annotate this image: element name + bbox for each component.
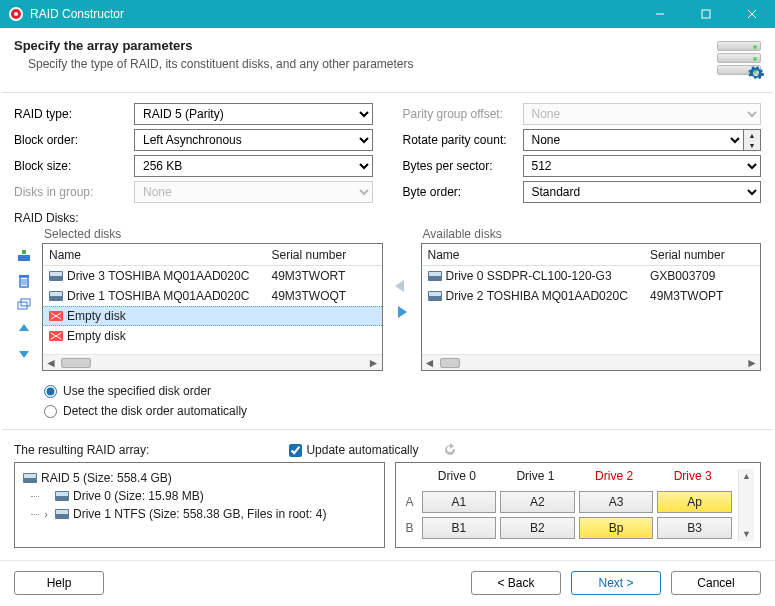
list-item[interactable]: Drive 3 TOSHIBA MQ01AAD020C49M3TWORT [43,266,382,286]
selected-disks-label: Selected disks [42,227,383,241]
titlebar: RAID Constructor [0,0,775,28]
raid-type-select[interactable]: RAID 5 (Parity) [134,103,373,125]
svg-rect-21 [50,292,62,296]
block-order-select[interactable]: Left Asynchronous [134,129,373,151]
available-disks-label: Available disks [421,227,762,241]
add-disk-button[interactable] [14,247,34,267]
svg-marker-16 [19,324,29,331]
page-subtitle: Specify the type of RAID, its constituen… [28,57,713,71]
minimize-button[interactable] [637,0,683,28]
list-item[interactable]: Empty disk [43,326,382,346]
delete-disk-button[interactable] [14,271,34,291]
parity-offset-label: Parity group offset: [403,107,523,121]
matrix-header: Drive 2 [575,469,654,489]
raid-type-label: RAID type: [14,107,134,121]
svg-rect-8 [22,250,26,254]
matrix-cell: B1 [422,517,497,539]
result-tree[interactable]: RAID 5 (Size: 558.4 GB) Drive 0 (Size: 1… [14,462,385,548]
matrix-vscroll[interactable]: ▲▼ [738,469,754,541]
svg-point-2 [14,12,18,16]
raid-disks-label: RAID Disks: [0,207,775,225]
spin-down-button[interactable]: ▼ [744,140,760,150]
cancel-button[interactable]: Cancel [671,571,761,595]
bytes-per-sector-label: Bytes per sector: [403,159,523,173]
byte-order-select[interactable]: Standard [523,181,762,203]
block-size-label: Block size: [14,159,134,173]
disk-icon [23,473,37,483]
svg-rect-37 [56,492,68,496]
update-auto-checkbox[interactable]: Update automatically [289,443,418,457]
move-left-button[interactable] [392,278,412,294]
tree-child-0: Drive 0 (Size: 15.98 MB) [73,489,204,503]
maximize-button[interactable] [683,0,729,28]
copy-disk-button[interactable] [14,295,34,315]
rotate-parity-select[interactable]: None [523,129,745,151]
move-down-button[interactable] [14,343,34,363]
svg-rect-39 [56,510,68,514]
disk-icon [426,271,444,281]
svg-rect-13 [19,275,29,277]
page-header: Specify the array parameters Specify the… [0,28,775,92]
svg-marker-29 [398,306,407,318]
page-title: Specify the array parameters [14,38,713,53]
use-specified-order-radio[interactable]: Use the specified disk order [44,381,761,401]
disk-icon [47,291,65,301]
col-name: Name [43,248,272,262]
svg-rect-35 [24,474,36,478]
disks-in-group-select: None [134,181,373,203]
expand-icon[interactable]: › [41,508,51,520]
spin-up-button[interactable]: ▲ [744,130,760,140]
svg-rect-7 [18,255,30,261]
svg-rect-4 [702,10,710,18]
available-disks-list[interactable]: NameSerial number Drive 0 SSDPR-CL100-12… [421,243,762,371]
svg-marker-28 [395,280,404,292]
block-order-label: Block order: [14,133,134,147]
matrix-header: Drive 1 [496,469,575,489]
resulting-array-label: The resulting RAID array: [14,443,149,457]
tree-child-1: Drive 1 NTFS (Size: 558.38 GB, Files in … [73,507,326,521]
raid-stack-icon [713,38,761,78]
bytes-per-sector-select[interactable]: 512 [523,155,762,177]
matrix-cell: A1 [422,491,497,513]
svg-marker-17 [19,351,29,358]
matrix-cell: B2 [500,517,575,539]
refresh-icon[interactable] [442,442,458,458]
list-item[interactable]: Drive 1 TOSHIBA MQ01AAD020C49M3TWOQT [43,286,382,306]
selected-hscroll[interactable]: ◄► [43,354,382,370]
svg-rect-31 [429,272,441,276]
gear-icon [747,64,765,82]
move-right-button[interactable] [392,304,412,320]
disk-icon [47,271,65,281]
col-serial: Serial number [650,248,760,262]
block-size-select[interactable]: 256 KB [134,155,373,177]
window-title: RAID Constructor [30,7,637,21]
app-icon [8,6,24,22]
matrix-cell: A2 [500,491,575,513]
col-serial: Serial number [272,248,382,262]
byte-order-label: Byte order: [403,185,523,199]
parity-offset-select: None [523,103,762,125]
detect-order-auto-radio[interactable]: Detect the disk order automatically [44,401,761,421]
list-item[interactable]: Empty disk [43,306,382,326]
disk-icon [47,311,65,321]
selected-disks-list[interactable]: NameSerial number Drive 3 TOSHIBA MQ01AA… [42,243,383,371]
disks-in-group-label: Disks in group: [14,185,134,199]
back-button[interactable]: < Back [471,571,561,595]
tree-root: RAID 5 (Size: 558.4 GB) [41,471,172,485]
matrix-cell: Ap [657,491,732,513]
available-hscroll[interactable]: ◄► [422,354,761,370]
next-button[interactable]: Next > [571,571,661,595]
matrix-header: Drive 0 [418,469,497,489]
disk-icon [426,291,444,301]
parity-matrix: Drive 0Drive 1Drive 2Drive 3 AA1A2A3ApBB… [395,462,762,548]
list-item[interactable]: Drive 0 SSDPR-CL100-120-G3GXB003709 [422,266,761,286]
disk-icon [47,331,65,341]
close-button[interactable] [729,0,775,28]
help-button[interactable]: Help [14,571,104,595]
move-up-button[interactable] [14,319,34,339]
rotate-parity-label: Rotate parity count: [403,133,523,147]
matrix-cell: A3 [579,491,654,513]
col-name: Name [422,248,651,262]
svg-rect-19 [50,272,62,276]
list-item[interactable]: Drive 2 TOSHIBA MQ01AAD020C49M3TWOPT [422,286,761,306]
